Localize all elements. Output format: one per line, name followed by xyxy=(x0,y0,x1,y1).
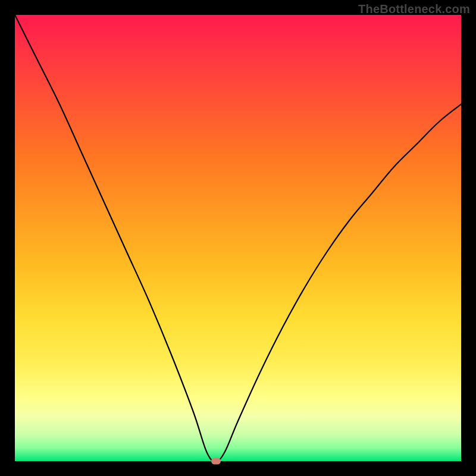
optimal-point-marker xyxy=(211,458,221,465)
bottleneck-curve xyxy=(15,15,461,461)
plot-area xyxy=(15,15,461,461)
watermark-text: TheBottleneck.com xyxy=(358,2,470,16)
chart-frame: TheBottleneck.com xyxy=(0,0,476,476)
